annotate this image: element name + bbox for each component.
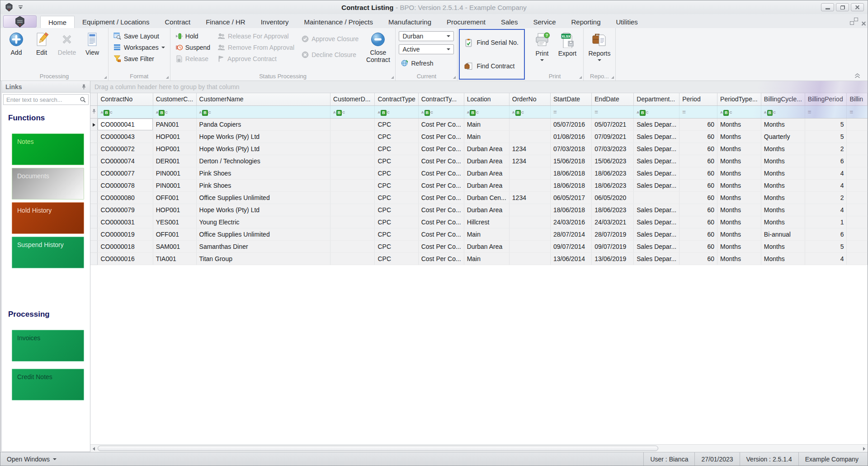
grid-cell[interactable]: Months bbox=[761, 191, 805, 204]
link-button[interactable]: Suspend History bbox=[12, 237, 84, 268]
grid-cell[interactable]: Sales Depar... bbox=[634, 252, 679, 265]
grid-cell[interactable]: Main bbox=[464, 118, 509, 130]
hold-button[interactable]: Hold bbox=[174, 30, 212, 42]
grid-cell[interactable]: 24/03/2021 bbox=[592, 216, 634, 228]
grid-cell[interactable]: PAN001 bbox=[153, 118, 196, 130]
find-contract-button[interactable]: Find Contract bbox=[464, 62, 519, 71]
column-header[interactable]: PeriodType... bbox=[717, 93, 761, 105]
grid-cell[interactable]: 05/07/2021 bbox=[592, 118, 634, 130]
workspaces-button[interactable]: Workspaces bbox=[112, 42, 167, 53]
app-icon[interactable] bbox=[5, 3, 14, 12]
ribbon-tab[interactable]: Finance / HR bbox=[198, 16, 253, 28]
filter-cell[interactable]: ABC bbox=[375, 105, 418, 118]
table-row[interactable]: CO0000074DER001Derton / TechnologiesCPCC… bbox=[90, 155, 868, 167]
grid-cell[interactable]: CO0000041 bbox=[98, 118, 153, 130]
grid-cell[interactable]: 60 bbox=[679, 216, 717, 228]
filter-cell[interactable]: ABC bbox=[464, 105, 509, 118]
grid-cell[interactable] bbox=[330, 240, 375, 252]
grid-cell[interactable]: Months bbox=[717, 130, 761, 143]
grid-cell[interactable]: HOP001 bbox=[153, 130, 196, 143]
ribbon-tab[interactable]: Equipment / Locations bbox=[75, 16, 157, 28]
grid-cell[interactable]: Durban Area bbox=[464, 204, 509, 216]
grid-cell[interactable]: 5 bbox=[805, 130, 847, 143]
grid-cell[interactable]: Sales Depar... bbox=[634, 118, 679, 130]
grid-cell[interactable]: CPC bbox=[375, 204, 418, 216]
ribbon-tab[interactable]: Sales bbox=[493, 16, 526, 28]
grid-cell[interactable]: 60 bbox=[679, 155, 717, 167]
approve-contract-button[interactable]: Approve Contract bbox=[216, 53, 296, 64]
grid-cell[interactable]: Sales Depar... bbox=[634, 155, 679, 167]
link-button[interactable]: Credit Notes bbox=[12, 369, 84, 400]
table-row[interactable]: CO0000043HOP001Hope Works (Pty) LtdCPCCo… bbox=[90, 130, 868, 143]
release-for-approval-button[interactable]: Release For Approval bbox=[216, 30, 296, 42]
grid-cell[interactable] bbox=[847, 143, 868, 155]
grid-cell[interactable]: CPC bbox=[375, 191, 418, 204]
decline-closure-button[interactable]: Decline Closure bbox=[300, 49, 360, 60]
grid-cell[interactable]: 09/07/2019 bbox=[592, 240, 634, 252]
grid-cell[interactable]: Main bbox=[464, 130, 509, 143]
grid-cell[interactable] bbox=[509, 240, 550, 252]
grid-cell[interactable]: 4 bbox=[805, 204, 847, 216]
filter-pin-icon[interactable] bbox=[90, 105, 98, 118]
filter-cell[interactable]: = bbox=[805, 105, 847, 118]
grid-cell[interactable]: Months bbox=[761, 252, 805, 265]
grid-cell[interactable]: Quarterly bbox=[761, 130, 805, 143]
grid-cell[interactable]: 1 bbox=[805, 216, 847, 228]
table-row[interactable]: CO0000072HOP001Hope Works (Pty) LtdCPCCo… bbox=[90, 143, 868, 155]
column-header[interactable]: StartDate bbox=[550, 93, 591, 105]
grid-cell[interactable]: 15/06/2018 bbox=[550, 155, 591, 167]
column-header[interactable]: Period bbox=[679, 93, 717, 105]
grid-cell[interactable]: 06/05/2017 bbox=[550, 191, 591, 204]
link-button[interactable]: Hold History bbox=[12, 202, 84, 234]
grid-cell[interactable] bbox=[847, 204, 868, 216]
column-header[interactable]: BillingCycle... bbox=[761, 93, 805, 105]
grid-cell[interactable]: Months bbox=[717, 228, 761, 240]
scroll-right-icon[interactable] bbox=[863, 447, 865, 451]
grid-cell[interactable] bbox=[330, 130, 375, 143]
collapse-ribbon-icon[interactable] bbox=[854, 73, 860, 78]
grid-cell[interactable]: PIN0001 bbox=[153, 179, 196, 191]
table-row[interactable]: CO0000041PAN001Panda CopiersCPCCost Per … bbox=[90, 118, 868, 130]
grid-cell[interactable]: Months bbox=[761, 240, 805, 252]
grid-cell[interactable]: Sales Depar... bbox=[634, 143, 679, 155]
grid-cell[interactable]: 28/07/2019 bbox=[592, 228, 634, 240]
grid-cell[interactable] bbox=[847, 118, 868, 130]
filter-cell[interactable]: = bbox=[592, 105, 634, 118]
column-header[interactable]: ContractNo bbox=[98, 93, 153, 105]
grid-cell[interactable]: Sales Depar... bbox=[634, 167, 679, 179]
remove-from-approval-button[interactable]: Remove From Approval bbox=[216, 42, 296, 53]
grid-cell[interactable]: Months bbox=[717, 167, 761, 179]
table-row[interactable]: CO0000078PIN0001Pink ShoesCPCCost Per Co… bbox=[90, 179, 868, 191]
grid-cell[interactable]: 07/03/2023 bbox=[592, 143, 634, 155]
grid-cell[interactable]: 18/06/2018 bbox=[550, 179, 591, 191]
grid-cell[interactable]: Cost Per Co... bbox=[418, 155, 464, 167]
grid-cell[interactable]: Sales Depar... bbox=[634, 179, 679, 191]
grid-cell[interactable]: Hope Works (Pty) Ltd bbox=[196, 204, 330, 216]
grid-cell[interactable]: Months bbox=[717, 216, 761, 228]
close-contract-button[interactable]: Close Contract bbox=[364, 30, 392, 72]
grid-cell[interactable]: CPC bbox=[375, 240, 418, 252]
grid-cell[interactable]: CO0000019 bbox=[98, 228, 153, 240]
grid-cell[interactable] bbox=[847, 252, 868, 265]
grid-cell[interactable]: CPC bbox=[375, 130, 418, 143]
grid-cell[interactable]: Panda Copiers bbox=[196, 118, 330, 130]
grid-cell[interactable]: Months bbox=[761, 143, 805, 155]
grid-cell[interactable]: CO0000043 bbox=[98, 130, 153, 143]
delete-button[interactable]: Delete bbox=[54, 30, 80, 72]
application-button[interactable] bbox=[3, 15, 37, 28]
grid-cell[interactable]: 5 bbox=[805, 118, 847, 130]
grid-cell[interactable] bbox=[509, 216, 550, 228]
grid-cell[interactable]: Months bbox=[761, 204, 805, 216]
grid-cell[interactable]: 18/06/2018 bbox=[550, 204, 591, 216]
grid-cell[interactable]: 18/06/2018 bbox=[550, 167, 591, 179]
grid-cell[interactable] bbox=[330, 155, 375, 167]
grid-cell[interactable]: 2 bbox=[805, 191, 847, 204]
filter-cell[interactable]: ABC bbox=[761, 105, 805, 118]
grid-cell[interactable]: 60 bbox=[679, 240, 717, 252]
grid-cell[interactable]: CO0000072 bbox=[98, 143, 153, 155]
reports-button[interactable]: Reports bbox=[587, 30, 612, 72]
grid-cell[interactable] bbox=[330, 118, 375, 130]
grid-cell[interactable]: Cost Per Co... bbox=[418, 228, 464, 240]
ribbon-tab[interactable]: Manufacturing bbox=[381, 16, 439, 28]
grid-cell[interactable]: Durban Area bbox=[464, 143, 509, 155]
